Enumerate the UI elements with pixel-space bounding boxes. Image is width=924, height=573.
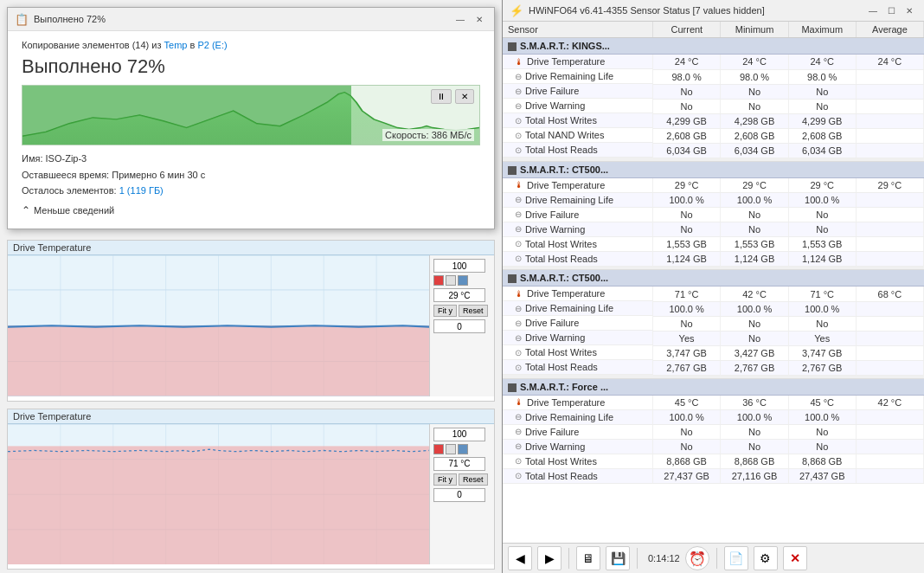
drive-graph-2: Drive Temperature <box>7 409 495 570</box>
graph2-btn-row: Fit y Reset <box>433 473 491 486</box>
toolbar-btn-settings[interactable]: ⚙ <box>754 546 778 570</box>
progress-controls: ⏸ ✕ <box>431 89 474 104</box>
group-header-group2[interactable]: S.M.A.R.T.: CT500... <box>503 161 924 177</box>
temp-icon: 🌡 <box>515 289 523 299</box>
life-icon: ⊖ <box>515 72 522 81</box>
hwinfo-titlebar: ⚡ HWiNFO64 v6.41-4355 Sensor Status [7 v… <box>503 0 924 22</box>
toolbar-btn-report[interactable]: 📄 <box>724 546 748 570</box>
more-info-link[interactable]: ⌃ Меньше сведений <box>22 204 480 216</box>
reads-icon: ⊙ <box>515 363 522 372</box>
table-row[interactable]: ⊖Drive FailureNoNoNo <box>503 425 924 440</box>
sensor-table: Sensor Current Minimum Maximum Average S… <box>503 22 924 484</box>
warning-icon: ⊖ <box>515 333 522 343</box>
table-row[interactable]: ⊖Drive Remaining Life100.0 %100.0 %100.0… <box>503 301 924 316</box>
failure-icon: ⊖ <box>515 87 522 96</box>
table-row[interactable]: ⊖Drive Remaining Life98.0 %98.0 %98.0 % <box>503 69 924 84</box>
close-button[interactable]: ✕ <box>472 11 487 27</box>
copy-info: Имя: ISO-Zip-3 Оставшееся время: Примерн… <box>22 151 480 199</box>
warning-icon: ⊖ <box>515 224 522 234</box>
graph2-color-boxes <box>433 444 491 454</box>
graph1-current-input[interactable] <box>433 288 485 302</box>
graph1-reset-button[interactable]: Reset <box>459 305 488 317</box>
table-row[interactable]: ⊙Total Host Reads2,767 GB2,767 GB2,767 G… <box>503 360 924 375</box>
drive-graph-1-controls: Fit y Reset <box>429 255 494 396</box>
table-row[interactable]: ⊖Drive WarningNoNoNo <box>503 99 924 113</box>
graph1-fit-button[interactable]: Fit y <box>433 305 457 317</box>
source-link[interactable]: Temp <box>164 40 188 50</box>
table-row[interactable]: ⊙Total Host Reads1,124 GB1,124 GB1,124 G… <box>503 252 924 267</box>
table-row[interactable]: ⊙Total NAND Writes2,608 GB2,608 GB2,608 … <box>503 128 924 143</box>
hwinfo-close-button[interactable]: ✕ <box>902 3 917 18</box>
graph1-color-blue <box>458 275 468 286</box>
hwinfo-restore-button[interactable]: ☐ <box>883 3 899 18</box>
toolbar-nav-fwd[interactable]: ▶ <box>537 546 561 570</box>
table-row[interactable]: ⊙Total Host Writes1,553 GB1,553 GB1,553 … <box>503 237 924 252</box>
minimize-button[interactable]: — <box>452 11 468 27</box>
table-row[interactable]: ⊖Drive FailureNoNoNo <box>503 208 924 222</box>
table-row[interactable]: ⊖Drive Remaining Life100.0 %100.0 %100.0… <box>503 193 924 208</box>
table-row[interactable]: ⊙Total Host Writes4,299 GB4,298 GB4,299 … <box>503 113 924 128</box>
graph2-max-input[interactable] <box>433 428 485 441</box>
graph2-current-input[interactable] <box>433 457 485 471</box>
toolbar-btn-exit[interactable]: ✕ <box>783 546 807 570</box>
writes-icon: ⊙ <box>515 239 522 248</box>
group-header-group1[interactable]: S.M.A.R.T.: KINGS... <box>503 38 924 55</box>
group-header-group3[interactable]: S.M.A.R.T.: CT500... <box>503 270 924 286</box>
graph2-min-input[interactable] <box>433 488 485 502</box>
graph2-fit-button[interactable]: Fit y <box>433 473 457 486</box>
table-row[interactable]: ⊖Drive FailureNoNoNo <box>503 316 924 331</box>
table-row[interactable]: ⊖Drive WarningYesNoYes <box>503 331 924 345</box>
toolbar-btn-clock[interactable]: ⏰ <box>685 546 709 570</box>
table-row[interactable]: ⊙Total Host Writes3,747 GB3,427 GB3,747 … <box>503 345 924 360</box>
life-icon: ⊖ <box>515 412 522 422</box>
graph1-max-input[interactable] <box>433 259 485 273</box>
reads-icon: ⊙ <box>515 254 522 263</box>
table-row[interactable]: 🌡Drive Temperature45 °C36 °C45 °C42 °C <box>503 395 924 410</box>
dest-link[interactable]: P2 (E:) <box>197 40 227 50</box>
copy-dialog-title-left: 📋 Выполнено 72% <box>15 13 106 26</box>
table-row[interactable]: ⊖Drive FailureNoNoNo <box>503 84 924 99</box>
chevron-up-icon: ⌃ <box>22 204 30 216</box>
progress-speed: Скорость: 386 МБ/с <box>382 129 474 141</box>
table-row[interactable]: ⊖Drive Remaining Life100.0 %100.0 %100.0… <box>503 410 924 425</box>
drive-graph-1-body: Fit y Reset <box>8 255 494 396</box>
file-name-row: Имя: ISO-Zip-3 <box>22 151 480 167</box>
pause-button[interactable]: ⏸ <box>431 89 452 104</box>
graph2-color-blue <box>458 444 468 454</box>
copy-dialog-titlebar: 📋 Выполнено 72% — ✕ <box>8 8 494 31</box>
hwinfo-controls: — ☐ ✕ <box>865 3 917 18</box>
table-row[interactable]: ⊖Drive WarningNoNoNo <box>503 222 924 237</box>
temp-icon: 🌡 <box>515 57 523 67</box>
table-row[interactable]: ⊙Total Host Reads6,034 GB6,034 GB6,034 G… <box>503 143 924 158</box>
table-row[interactable]: 🌡Drive Temperature24 °C24 °C24 °C24 °C <box>503 55 924 70</box>
hwinfo-minimize-button[interactable]: — <box>865 3 881 18</box>
copy-path: Копирование элементов (14) из Temp в P2 … <box>22 40 480 50</box>
cancel-button[interactable]: ✕ <box>455 89 474 104</box>
table-row[interactable]: ⊖Drive WarningNoNoNo <box>503 440 924 454</box>
copy-icon: 📋 <box>15 13 29 26</box>
copy-dialog: 📋 Выполнено 72% — ✕ Копирование элементо… <box>7 7 495 229</box>
failure-icon: ⊖ <box>515 209 522 219</box>
table-row[interactable]: ⊙Total Host Reads27,437 GB27,116 GB27,43… <box>503 469 924 484</box>
time-row: Оставшееся время: Примерно 6 мин 30 с <box>22 167 480 183</box>
table-row[interactable]: 🌡Drive Temperature71 °C42 °C71 °C68 °C <box>503 286 924 302</box>
toolbar-btn-monitor[interactable]: 🖥 <box>576 546 600 570</box>
graph1-color-boxes <box>433 275 491 286</box>
toolbar-nav-back[interactable]: ◀ <box>508 546 532 570</box>
table-row[interactable]: 🌡Drive Temperature29 °C29 °C29 °C29 °C <box>503 177 924 193</box>
col-minimum: Minimum <box>721 22 788 38</box>
sensor-table-wrapper[interactable]: Sensor Current Minimum Maximum Average S… <box>503 22 924 543</box>
table-row[interactable]: ⊙Total Host Writes8,868 GB8,868 GB8,868 … <box>503 454 924 469</box>
right-panel: ⚡ HWiNFO64 v6.41-4355 Sensor Status [7 v… <box>502 0 924 573</box>
group-header-group4[interactable]: S.M.A.R.T.: Force ... <box>503 378 924 395</box>
remaining-row: Осталось элементов: 1 (119 ГБ) <box>22 183 480 199</box>
drive-graph-1: Drive Temperature <box>7 240 495 401</box>
toolbar-separator-3 <box>716 548 717 569</box>
svg-rect-26 <box>8 446 429 564</box>
graph1-min-input[interactable] <box>433 319 485 333</box>
graph2-reset-button[interactable]: Reset <box>459 473 488 486</box>
toolbar-btn-save[interactable]: 💾 <box>606 546 630 570</box>
drive-graph-1-canvas <box>8 255 429 396</box>
reads-icon: ⊙ <box>515 145 522 155</box>
drive-graph-2-body: Fit y Reset <box>8 424 494 564</box>
